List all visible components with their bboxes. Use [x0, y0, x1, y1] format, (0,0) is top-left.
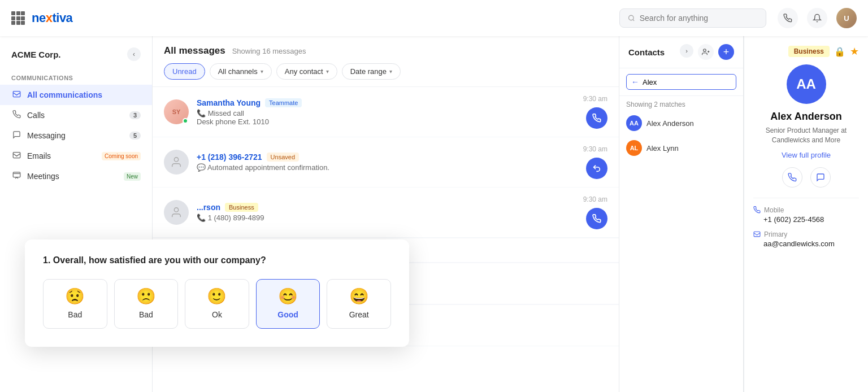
filter-any-contact[interactable]: Any contact ▾: [276, 63, 337, 80]
message-item[interactable]: SY Samantha Young Teammate 📞 Missed call…: [153, 87, 619, 137]
svg-point-6: [704, 49, 706, 52]
reply-icon: [592, 164, 601, 173]
message-right-col: 9:30 am: [583, 95, 607, 129]
sidebar-collapse-button[interactable]: ‹: [127, 47, 141, 61]
bad-emoji: 🙁: [136, 289, 156, 304]
contacts-plus-button[interactable]: +: [718, 44, 734, 60]
grid-menu-icon[interactable]: [11, 11, 25, 25]
call-action-button[interactable]: [586, 107, 607, 129]
bell-icon: [813, 14, 822, 23]
profile-call-button[interactable]: [782, 167, 802, 188]
teammate-tag: Teammate: [265, 98, 302, 107]
survey-option-bad[interactable]: 🙁 Bad: [114, 279, 179, 329]
contacts-expand-button[interactable]: ›: [680, 44, 693, 58]
all-channels-chevron: ▾: [261, 68, 263, 75]
message-name-row: +1 (218) 396-2721 Unsaved: [197, 153, 575, 162]
message-text: 💬 Automated appointment confirmation.: [197, 163, 575, 172]
phone-action-icon: [592, 114, 601, 123]
calls-icon: [11, 110, 21, 120]
message-content: +1 (218) 396-2721 Unsaved 💬 Automated ap…: [197, 153, 575, 172]
profile-divider: [753, 198, 859, 198]
search-icon: [628, 14, 635, 22]
message-content: ...rson Business 📞 1 (480) 899-4899: [197, 203, 575, 222]
alex-anderson-avatar: AA: [626, 115, 642, 131]
unknown-contact-avatar: [164, 150, 189, 175]
person-add-icon: [702, 48, 710, 56]
messaging-badge: 5: [129, 132, 141, 140]
message-item[interactable]: ...rson Business 📞 1 (480) 899-4899 9:30…: [153, 188, 619, 238]
phone-nav-button[interactable]: [778, 8, 798, 28]
messages-title-row: All messages Showing 16 messages: [164, 45, 607, 56]
survey-option-great[interactable]: 😄 Great: [327, 279, 391, 329]
contacts-search-input-row[interactable]: ←: [626, 74, 736, 90]
date-range-chevron: ▾: [389, 68, 392, 75]
phone-channel-icon: 📞: [197, 214, 206, 222]
add-contact-button[interactable]: [698, 44, 714, 60]
survey-options: 😟 Bad 🙁 Bad 🙂 Ok 😊 Good 😄 Great: [43, 279, 391, 329]
sidebar-item-calls[interactable]: Calls 3: [0, 105, 152, 125]
calls-badge: 3: [129, 111, 141, 119]
good-emoji: 😊: [278, 289, 298, 304]
email-label: Primary: [753, 230, 859, 238]
profile-mobile-field: Mobile +1 (602) 225-4568: [753, 206, 859, 224]
survey-option-very-bad[interactable]: 😟 Bad: [43, 279, 107, 329]
profile-title: Senior Product Manager at Candlewicks an…: [753, 126, 859, 145]
notifications-button[interactable]: [807, 8, 827, 28]
message-right-col: 9:30 am: [583, 195, 607, 229]
survey-card: 1. Overall, how satisfied are you with o…: [25, 239, 409, 347]
phone-mobile-icon: [753, 206, 761, 214]
search-bar[interactable]: Search for anything: [619, 8, 766, 28]
meetings-new-badge: New: [124, 172, 141, 181]
message-subtext: Desk phone Ext. 1010: [197, 117, 575, 126]
nav-icons: U: [778, 8, 857, 28]
profile-message-button[interactable]: [810, 167, 831, 188]
reply-action-button[interactable]: [586, 158, 607, 179]
profile-name: Alex Anderson: [770, 111, 841, 123]
bad-label: Bad: [139, 310, 153, 319]
message-text: 📞 Missed call: [197, 109, 575, 117]
call-action-button-2[interactable]: [586, 208, 607, 229]
survey-option-ok[interactable]: 🙂 Ok: [185, 279, 249, 329]
sidebar-item-meetings[interactable]: Meetings New: [0, 166, 152, 186]
filter-unread[interactable]: Unread: [164, 63, 205, 80]
meetings-label: Meetings: [27, 172, 118, 181]
navbar: nextiva Search for anything U: [0, 0, 868, 36]
alex-lynn-avatar: AL: [626, 140, 642, 156]
sidebar-item-all-communications[interactable]: All communications: [0, 85, 152, 105]
messages-header: All messages Showing 16 messages Unread …: [153, 36, 619, 87]
message-time: 9:30 am: [583, 145, 607, 153]
message-item[interactable]: +1 (218) 396-2721 Unsaved 💬 Automated ap…: [153, 137, 619, 188]
contacts-search: ←: [619, 68, 743, 96]
person-icon: [170, 156, 183, 168]
phone-icon: [783, 14, 792, 23]
messages-count: Showing 16 messages: [232, 47, 306, 55]
survey-option-good[interactable]: 😊 Good: [256, 279, 320, 329]
good-label: Good: [277, 310, 298, 319]
email-icon: [753, 230, 761, 238]
contacts-actions: › +: [680, 44, 734, 60]
contact-result-item[interactable]: AL Alex Lynn: [619, 136, 743, 160]
contacts-search-input[interactable]: [643, 78, 731, 86]
emails-coming-soon-badge: Coming soon: [102, 152, 141, 160]
profile-email-field: Primary aa@candlewicks.com: [753, 230, 859, 248]
lock-icon: 🔒: [834, 46, 845, 57]
filter-date-range[interactable]: Date range ▾: [342, 63, 401, 80]
sidebar-item-emails[interactable]: Emails Coming soon: [0, 146, 152, 166]
great-label: Great: [349, 310, 369, 319]
sidebar-item-messaging[interactable]: Messaging 5: [0, 125, 152, 146]
filter-all-channels[interactable]: All channels ▾: [210, 63, 272, 80]
messaging-icon: [11, 130, 21, 141]
message-time: 9:30 am: [583, 195, 607, 203]
user-avatar[interactable]: U: [836, 8, 857, 28]
contacts-panel: Contacts › + ← Showing 2 matches AA Alex…: [619, 36, 744, 392]
search-back-arrow[interactable]: ←: [631, 77, 639, 86]
contacts-match-count: Showing 2 matches: [619, 96, 743, 111]
phone-action-icon: [592, 214, 601, 223]
very-bad-emoji: 😟: [65, 289, 85, 304]
unsaved-tag: Unsaved: [267, 153, 299, 162]
contact-result-item[interactable]: AA Alex Anderson: [619, 111, 743, 136]
view-full-profile-link[interactable]: View full profile: [782, 151, 831, 159]
chat-profile-icon: [816, 173, 825, 182]
svg-rect-2: [13, 153, 20, 158]
search-input[interactable]: Search for anything: [640, 14, 758, 23]
